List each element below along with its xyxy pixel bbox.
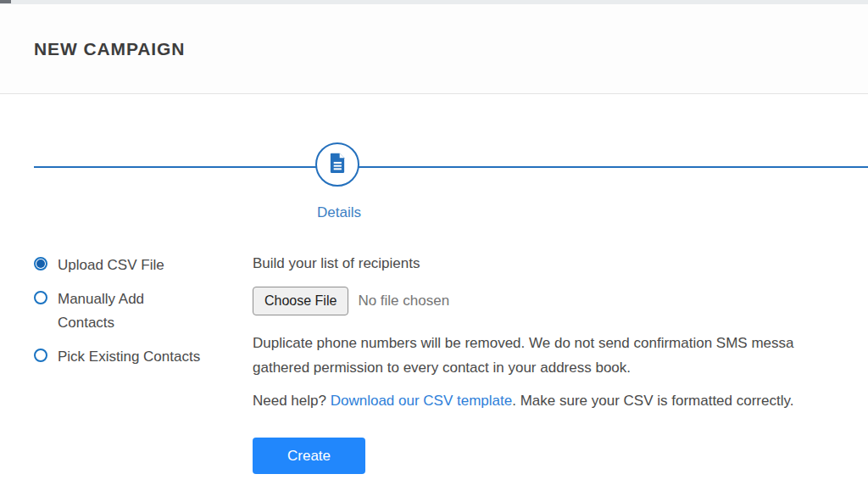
document-icon xyxy=(326,152,348,177)
radio-upload-csv-label[interactable]: Upload CSV File xyxy=(58,254,164,277)
create-button[interactable]: Create xyxy=(253,438,365,474)
upload-pane: Build your list of recipients Choose Fil… xyxy=(253,254,868,474)
radio-pick-existing-label[interactable]: Pick Existing Contacts xyxy=(58,345,200,369)
stepper-progress-line xyxy=(34,166,868,168)
csv-template-link[interactable]: Download our CSV template xyxy=(331,393,513,409)
radio-manually-add-label[interactable]: Manually Add Contacts xyxy=(58,287,168,335)
duplicate-note-line2: gathered permission to every contact in … xyxy=(253,355,868,380)
radio-pick-existing[interactable]: Pick Existing Contacts xyxy=(34,345,229,369)
recipient-source-radio-group: Upload CSV File Manually Add Contacts Pi… xyxy=(34,254,229,474)
main-content: Upload CSV File Manually Add Contacts Pi… xyxy=(0,254,868,474)
duplicate-note-line1: Duplicate phone numbers will be removed.… xyxy=(253,331,868,355)
top-strip xyxy=(0,0,868,4)
stepper: Details xyxy=(0,94,868,230)
choose-file-button[interactable]: Choose File xyxy=(253,287,348,315)
duplicate-note: Duplicate phone numbers will be removed.… xyxy=(253,331,868,380)
radio-upload-csv[interactable]: Upload CSV File xyxy=(34,254,229,277)
help-suffix: . Make sure your CSV is formatted correc… xyxy=(512,393,793,409)
radio-button-icon[interactable] xyxy=(34,349,47,362)
radio-selected-dot xyxy=(36,259,45,268)
file-status-text: No file chosen xyxy=(358,293,449,310)
radio-button-icon[interactable] xyxy=(34,257,47,271)
step-details[interactable] xyxy=(315,142,359,187)
top-left-artifact xyxy=(0,0,11,3)
radio-button-icon[interactable] xyxy=(34,291,47,304)
file-input: Choose File No file chosen xyxy=(253,287,868,315)
page-header: NEW CAMPAIGN xyxy=(0,4,868,94)
page-title: NEW CAMPAIGN xyxy=(34,39,868,59)
radio-manually-add[interactable]: Manually Add Contacts xyxy=(34,287,229,335)
recipients-heading: Build your list of recipients xyxy=(253,255,868,272)
step-details-label: Details xyxy=(285,204,393,221)
help-line: Need help? Download our CSV template. Ma… xyxy=(253,393,868,410)
help-prefix: Need help? xyxy=(253,393,331,409)
